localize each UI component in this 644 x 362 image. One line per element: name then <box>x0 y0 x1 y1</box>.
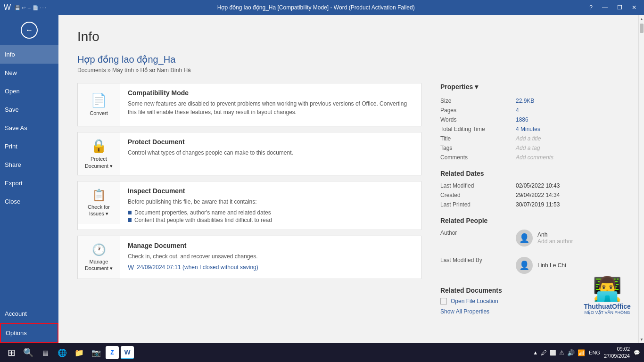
clock-time: 09:02 <box>604 346 630 353</box>
author-name: Anh <box>537 231 573 238</box>
properties-table: Size 22.9KB Pages 4 Words 1886 Total Edi… <box>440 96 619 162</box>
search-taskbar-icon[interactable]: 🔍 <box>21 345 36 360</box>
prop-label-size: Size <box>440 98 516 104</box>
zalo-icon[interactable]: Z <box>106 346 119 359</box>
inspect-list: Document properties, author's name and r… <box>128 209 413 224</box>
back-circle-icon: ← <box>21 22 38 39</box>
notification-icon[interactable]: 💬 <box>634 350 640 356</box>
unsaved-file-row: W 24/09/2024 07:11 (when I closed withou… <box>128 263 413 271</box>
inspect-document-content: Inspect Document Before publishing this … <box>120 181 421 230</box>
prop-label-comments: Comments <box>440 154 516 161</box>
word-doc-icon: W <box>128 263 134 271</box>
compatibility-mode-content: Compatibility Mode Some new features are… <box>120 83 421 122</box>
volume-icon[interactable]: 🔊 <box>567 349 575 356</box>
last-modified-by-row: 👤 Linh Le Chi <box>516 257 566 274</box>
word-taskbar-icon[interactable]: W <box>121 346 134 359</box>
task-view-icon[interactable]: ▦ <box>38 345 53 360</box>
prop-row-last-modified: Last Modified 02/05/2022 10:43 <box>440 181 619 190</box>
language-indicator[interactable]: ENG <box>589 350 600 355</box>
help-button[interactable]: ? <box>586 2 596 13</box>
chevron-up-icon[interactable]: ▲ <box>533 350 538 355</box>
close-button[interactable]: ✕ <box>628 2 640 13</box>
last-modified-avatar: 👤 <box>516 257 533 274</box>
main-content: Info Hợp đồng lao động_Ha Documents » Má… <box>58 15 638 343</box>
author-label: Author <box>440 230 516 250</box>
check-for-issues-button[interactable]: 📋 Check forIssues ▾ <box>78 181 120 224</box>
protect-icon: 🔒 <box>91 138 107 154</box>
prop-label-tags: Tags <box>440 145 516 151</box>
vertical-scrollbar[interactable]: ▲ ▼ <box>638 15 644 343</box>
prop-value-tags[interactable]: Add a tag <box>516 145 540 151</box>
compatibility-mode-title: Compatibility Mode <box>128 89 413 97</box>
decoration-area: 👨‍💻 ThuthuatOffice MẸO VẶT VĂN PHÒNG <box>584 275 631 315</box>
last-modified-name: Linh Le Chi <box>537 262 566 269</box>
related-dates-header: Related Dates <box>440 170 619 177</box>
sidebar-item-share[interactable]: Share <box>0 156 58 174</box>
sidebar-item-open[interactable]: Open <box>0 82 58 100</box>
bullet-icon <box>128 218 132 222</box>
sidebar-item-print[interactable]: Print <box>0 137 58 156</box>
prop-row-created: Created 29/04/2022 14:34 <box>440 190 619 200</box>
sidebar: ← Info New Open Save Save As Print Share… <box>0 15 58 343</box>
network-icon[interactable]: 📶 <box>578 349 585 356</box>
author-avatar: 👤 <box>516 230 533 247</box>
author-details: Anh Add an author <box>537 231 573 245</box>
sidebar-item-save-as[interactable]: Save As <box>0 119 58 137</box>
prop-row-title: Title Add a title <box>440 134 619 143</box>
prop-value-comments[interactable]: Add comments <box>516 154 553 161</box>
back-button[interactable]: ← <box>0 15 58 45</box>
add-author-link[interactable]: Add an author <box>537 238 573 245</box>
minimize-button[interactable]: — <box>598 2 611 13</box>
breadcrumb: Documents » Máy tính » Hồ sơ Nam Bình Hà <box>77 67 619 74</box>
prop-label-editing-time: Total Editing Time <box>440 126 516 132</box>
edge-icon[interactable]: 🌐 <box>55 345 70 360</box>
scroll-up-arrow[interactable]: ▲ <box>639 15 644 23</box>
prop-value-last-modified: 02/05/2022 10:43 <box>516 182 560 189</box>
document-title: Hợp đồng lao động_Ha <box>77 54 619 65</box>
pen-icon[interactable]: 🖊 <box>541 349 547 356</box>
protect-document-card: 🔒 ProtectDocument ▾ Protect Document Con… <box>77 132 421 175</box>
check-issues-label: Check forIssues ▾ <box>88 204 110 217</box>
scroll-thumb[interactable] <box>640 24 644 33</box>
manage-document-card: 🕐 ManageDocument ▾ Manage Document Check… <box>77 236 421 279</box>
sidebar-item-info[interactable]: Info <box>0 45 58 64</box>
convert-button[interactable]: 📄 Convert <box>78 83 120 126</box>
sidebar-item-close[interactable]: Close <box>0 192 58 211</box>
sidebar-item-export[interactable]: Export <box>0 174 58 192</box>
app-body: ← Info New Open Save Save As Print Share… <box>0 15 644 343</box>
sidebar-item-account[interactable]: Account <box>0 304 58 323</box>
system-tray-icon[interactable]: ⬜ <box>550 350 556 356</box>
clock-date: 27/09/2024 <box>604 353 630 360</box>
unsaved-file-label: 24/09/2024 07:11 (when I closed without … <box>137 264 258 271</box>
last-modified-by-label: Last Modified By <box>440 257 516 278</box>
manage-document-button[interactable]: 🕐 ManageDocument ▾ <box>78 236 120 279</box>
prop-label-last-modified: Last Modified <box>440 182 516 189</box>
protect-document-button[interactable]: 🔒 ProtectDocument ▾ <box>78 132 120 175</box>
title-bar: W 💾 ↩ → 📄 · · · Hợp đồng lao động_Ha [Co… <box>0 0 644 15</box>
taskbar-clock[interactable]: 09:02 27/09/2024 <box>604 346 630 360</box>
sidebar-item-new[interactable]: New <box>0 64 58 82</box>
start-button[interactable]: ⊞ <box>4 345 19 360</box>
info-left-panel: 📄 Convert Compatibility Mode Some new fe… <box>77 83 421 315</box>
prop-value-words: 1886 <box>516 116 528 123</box>
maximize-button[interactable]: ❐ <box>613 2 626 13</box>
sidebar-item-save[interactable]: Save <box>0 100 58 119</box>
explorer-icon[interactable]: 📁 <box>72 345 87 360</box>
prop-label-words: Words <box>440 116 516 123</box>
scroll-down-arrow[interactable]: ▼ <box>639 336 644 343</box>
properties-header[interactable]: Properties ▾ <box>440 83 619 90</box>
photos-icon[interactable]: 📷 <box>89 345 104 360</box>
prop-value-title[interactable]: Add a title <box>516 135 541 142</box>
convert-icon: 📄 <box>91 92 107 108</box>
inspect-document-desc: Before publishing this file, be aware th… <box>128 197 413 206</box>
prop-label-last-printed: Last Printed <box>440 201 516 208</box>
author-section: Author 👤 Anh Add an author <box>440 228 619 252</box>
prop-row-tags: Tags Add a tag <box>440 143 619 153</box>
warning-icon[interactable]: ⚠ <box>559 349 564 356</box>
open-file-location-link[interactable]: Open File Location <box>451 298 498 304</box>
protect-document-title: Protect Document <box>128 138 413 146</box>
properties-chevron-icon: ▾ <box>475 83 478 90</box>
sidebar-item-options[interactable]: Options <box>0 323 58 343</box>
prop-value-editing-time: 4 Minutes <box>516 126 540 132</box>
related-dates-table: Last Modified 02/05/2022 10:43 Created 2… <box>440 181 619 209</box>
